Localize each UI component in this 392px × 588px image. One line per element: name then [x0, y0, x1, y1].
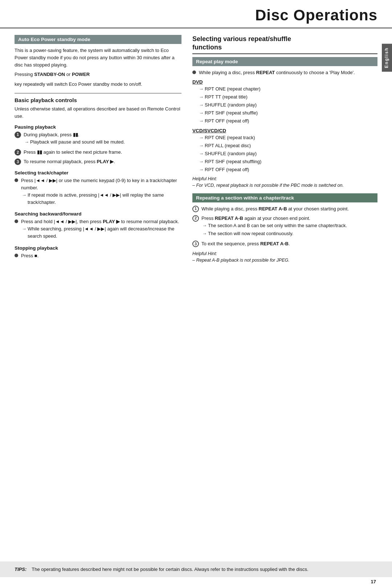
rep-item-1-text: While playing a disc, press REPEAT A-B a… [201, 205, 377, 213]
tips-text: The operating features described here mi… [32, 566, 308, 573]
side-tab-label: English [384, 47, 389, 68]
stop-dot-1: Press ■. [15, 252, 181, 259]
section-divider-1 [15, 93, 181, 93]
stop-heading: Stopping playback [15, 245, 181, 251]
dvd-item-5: RPT OFF (repeat off) [198, 117, 377, 125]
vcd-item-5: RPT OFF (repeat off) [198, 166, 377, 173]
rep-num-2: 2 [192, 215, 199, 222]
left-column: Auto Eco Power standby mode This is a po… [15, 35, 181, 266]
pausing-arrow-1: Playback will pause and sound will be mu… [24, 138, 181, 146]
vcd-item-2: RPT ALL (repeat disc) [198, 142, 377, 149]
dvd-item-4: RPT SHF (repeat shuffle) [198, 109, 377, 117]
page-number: 17 [371, 579, 376, 584]
basic-para: Unless otherwise stated, all operations … [15, 105, 181, 120]
right-column: Selecting various repeat/shuffle functio… [192, 35, 377, 266]
pausing-item-1: 1 During playback, press ▮▮. Playback wi… [15, 131, 181, 146]
pausing-list: 1 During playback, press ▮▮. Playback wi… [15, 131, 181, 166]
page-title: Disc Operations [255, 7, 377, 24]
eco-para1: This is a power-saving feature, the syst… [15, 47, 181, 69]
dot-symbol-1 [15, 178, 18, 182]
num-2: 2 [15, 149, 21, 156]
rep-arrow-1: The section A and B can be set only with… [201, 222, 377, 229]
page-header: Disc Operations [0, 0, 392, 28]
eco-power-header: Auto Eco Power standby mode [15, 35, 181, 44]
repeat-header: Repeat play mode [192, 57, 377, 66]
rep-item-3-text: To exit the sequence, press REPEAT A-B. [201, 240, 377, 247]
repeating-section-header: Repeating a section within a chapter/tra… [192, 193, 377, 202]
rep-item-3: 3 To exit the sequence, press REPEAT A-B… [192, 240, 377, 247]
track-arrow-1: If repeat mode is active, pressing |◄◄ /… [21, 192, 181, 206]
vcd-item-3: SHUFFLE (random play) [198, 150, 377, 157]
num-3: 3 [15, 158, 21, 165]
repeat-dot-1: While playing a disc, press REPEAT conti… [192, 69, 377, 76]
dvd-item-3: SHUFFLE (random play) [198, 101, 377, 109]
vcd-heading: VCD/SVCD/CD [192, 128, 377, 133]
dot-symbol-3 [15, 254, 18, 257]
search-heading: Searching backward/forward [15, 211, 181, 217]
vcd-item-1: RPT ONE (repeat track) [198, 134, 377, 141]
tips-label: TIPS: [15, 566, 26, 573]
rep-num-3: 3 [192, 241, 199, 247]
stop-dot-1-text: Press ■. [21, 252, 181, 259]
right-section-title: Selecting various repeat/shuffle functio… [192, 35, 377, 54]
search-dot-1-text: Press and hold |◄◄ / ▶▶|, then press PLA… [21, 218, 181, 241]
search-arrow-1: While searching, pressing |◄◄ / ▶▶| agai… [21, 225, 181, 240]
helpful-hint-2: Helpful Hint: – Repeat A-B playback is n… [192, 250, 377, 263]
track-dot-1: Press |◄◄ / ▶▶| or use the numeric keypa… [15, 177, 181, 207]
pausing-item-2-text: Press ▮▮ again to select the next pictur… [24, 149, 181, 156]
basic-title: Basic playback controls [15, 97, 181, 103]
vcd-item-4: RPT SHF (repeat shuffling) [198, 158, 377, 165]
track-heading: Selecting track/chapter [15, 170, 181, 176]
rep-num-1: 1 [192, 206, 199, 212]
dot-symbol-2 [15, 220, 18, 223]
dvd-item-1: RPT ONE (repeat chapter) [198, 85, 377, 93]
vcd-list: RPT ONE (repeat track) RPT ALL (repeat d… [192, 134, 377, 174]
num-1: 1 [15, 132, 21, 138]
dvd-heading: DVD [192, 79, 377, 85]
dvd-item-2: RPT TT (repeat title) [198, 93, 377, 101]
page-wrapper: English Disc Operations Auto Eco Power s… [0, 0, 392, 588]
search-dot-1: Press and hold |◄◄ / ▶▶|, then press PLA… [15, 218, 181, 241]
side-tab: English [382, 44, 392, 72]
rep-arrow-2: The section will now repeat continuously… [201, 230, 377, 237]
repeat-dot-1-text: While playing a disc, press REPEAT conti… [199, 69, 377, 76]
track-dot-1-text: Press |◄◄ / ▶▶| or use the numeric keypa… [21, 177, 181, 207]
dvd-list: RPT ONE (repeat chapter) RPT TT (repeat … [192, 85, 377, 125]
dot-symbol-4 [192, 71, 196, 74]
helpful-hint-1: Helpful Hint: – For VCD, repeat playback… [192, 176, 377, 189]
pausing-item-3: 3 To resume normal playback, press PLAY … [15, 158, 181, 165]
rep-item-2-text: Press REPEAT A-B again at your chosen en… [201, 215, 377, 238]
pausing-heading: Pausing playback [15, 124, 181, 130]
rep-item-2: 2 Press REPEAT A-B again at your chosen … [192, 215, 377, 238]
pausing-item-3-text: To resume normal playback, press PLAY ▶. [24, 158, 181, 165]
eco-key-text: key repeatedly will switch Eco Power sta… [15, 81, 181, 88]
content-area: Auto Eco Power standby mode This is a po… [0, 28, 392, 266]
pausing-item-1-text: During playback, press ▮▮. Playback will… [24, 131, 181, 146]
repeating-list: 1 While playing a disc, press REPEAT A-B… [192, 205, 377, 248]
rep-item-1: 1 While playing a disc, press REPEAT A-B… [192, 205, 377, 213]
eco-standby-line: Pressing STANDBY-ON or POWER [15, 71, 181, 78]
pausing-item-2: 2 Press ▮▮ again to select the next pict… [15, 149, 181, 156]
tips-bar: TIPS: The operating features described h… [0, 561, 392, 577]
